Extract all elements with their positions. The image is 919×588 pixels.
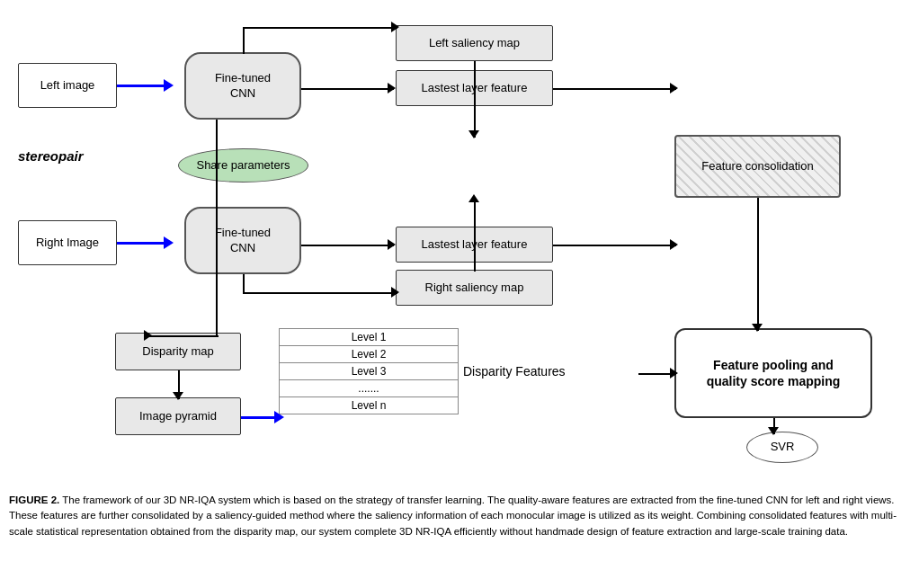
figure-label: FIGURE 2. [9,494,59,505]
arrowhead-rightsaliency-consolidation [468,194,479,202]
arrow-cnntop-saliency-h [243,27,397,29]
arrowhead-cnntop-latest [388,83,396,94]
arrowhead-pooling-svr [768,427,779,435]
arrowhead-consolidation-pooling [752,324,763,332]
left-image-label: Left image [40,78,95,94]
image-pyramid-label: Image pyramid [139,409,217,424]
cnn-top-label: Fine-tunedCNN [215,71,271,102]
arrow-pyramid-table [241,416,279,419]
right-image-label: Right Image [36,236,99,251]
arrowhead-cnnbottom-latest [388,239,396,250]
figure-caption: FIGURE 2. The framework of our 3D NR-IQA… [9,493,910,539]
arrowhead-latest-bottom-consolidation [670,239,678,250]
arrow-leftsaliency-consolidation [474,61,476,138]
arrow-cnntop-disparity-h [147,335,219,337]
diagram: Left image Right Image stereopair Fine-t… [9,9,910,486]
disparity-features-table: Level 1 Level 2 Level 3 ....... Level n [279,328,459,414]
arrow-consolidation-pooling [757,198,759,331]
arrowhead-cnntop-saliency [391,22,399,32]
level3-cell: Level 3 [280,363,459,380]
leveln-cell: Level n [280,397,459,414]
arrowhead-cnnbottom-saliency [391,287,399,298]
caption-text: The framework of our 3D NR-IQA system wh… [9,494,897,537]
arrow-latest-bottom-consolidation [553,245,676,246]
arrow-cnntop-up [243,27,245,54]
dots-cell: ....... [280,380,459,397]
cnn-bottom-box: Fine-tunedCNN [184,207,301,274]
arrowhead-latest-top-consolidation [670,83,678,94]
cnn-bottom-label: Fine-tunedCNN [215,226,271,256]
arrow-cnnbottom-down [243,274,245,292]
arrowhead-rightimg-cnnbottom [164,236,174,249]
arrow-cnnbottom-saliency-h [243,292,397,294]
level1-cell: Level 1 [280,329,459,346]
left-saliency-box: Left saliency map [396,25,553,61]
arrow-cnntop-disparity-v [216,120,218,335]
arrow-leftimg-cnntop [117,85,166,87]
disparity-map-label: Disparity map [142,344,213,360]
share-params-box: Share parameters [178,148,308,183]
cnn-top-box: Fine-tunedCNN [184,52,301,120]
svr-box: SVR [746,432,818,463]
feature-pooling-label: Feature pooling andquality score mapping [707,357,841,389]
disparity-map-box: Disparity map [115,333,241,370]
arrow-latest-top-consolidation [553,88,676,90]
left-image-box: Left image [18,63,117,108]
image-pyramid-box: Image pyramid [115,397,241,435]
arrow-rightsaliency-consolidation [474,198,476,272]
disparity-features-label: Disparity Features [463,364,566,379]
arrowhead-cnntop-disparity [144,330,152,341]
feature-pooling-box: Feature pooling andquality score mapping [674,328,872,418]
arrowhead-leftimg-cnntop [164,79,174,92]
right-saliency-box: Right saliency map [396,270,553,306]
feature-consolidation-box: Feature consolidation [674,135,841,198]
stereopair-label: stereopair [18,148,84,164]
share-params-label: Share parameters [196,158,290,174]
arrowhead-disparity-pooling [670,368,678,379]
arrowhead-disparity-pyramid [173,392,183,400]
arrow-rightimg-cnnbottom [117,242,166,245]
right-image-box: Right Image [18,220,117,265]
svr-label: SVR [771,440,795,455]
arrowhead-leftsaliency-consolidation [468,130,479,138]
level2-cell: Level 2 [280,346,459,363]
arrowhead-pyramid-table [274,411,284,423]
arrow-cnnbottom-latest [301,245,394,246]
left-saliency-label: Left saliency map [429,36,520,51]
arrow-cnntop-latest [301,88,394,90]
right-saliency-label: Right saliency map [425,281,524,296]
feature-consolidation-label: Feature consolidation [701,159,813,174]
